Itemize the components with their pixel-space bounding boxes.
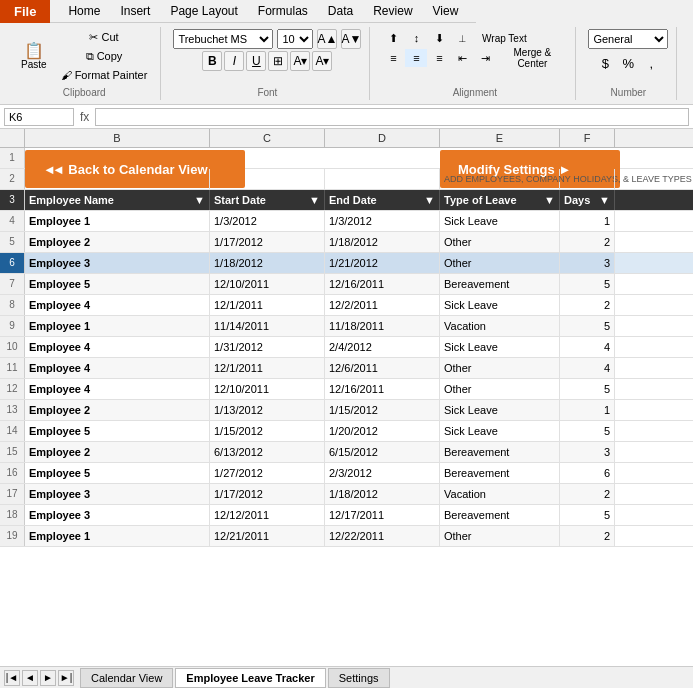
cell-end-9[interactable]: 11/18/2011 [325,316,440,336]
table-row[interactable]: 14 Employee 5 1/15/2012 1/20/2012 Sick L… [0,421,693,442]
cell-start-8[interactable]: 12/1/2011 [210,295,325,315]
nav-next-sheet[interactable]: ► [40,670,56,686]
cell-end-10[interactable]: 2/4/2012 [325,337,440,357]
cell-type-12[interactable]: Other [440,379,560,399]
merge-center-button[interactable]: Merge & Center [497,49,567,67]
cell-start-15[interactable]: 6/13/2012 [210,442,325,462]
format-painter-button[interactable]: 🖌 Format Painter [56,67,153,83]
cell-start-13[interactable]: 1/13/2012 [210,400,325,420]
cell-days-18[interactable]: 5 [560,505,615,525]
align-center-button[interactable]: ≡ [405,49,427,67]
table-row[interactable]: 11 Employee 4 12/1/2011 12/6/2011 Other … [0,358,693,379]
cell-type-18[interactable]: Bereavement [440,505,560,525]
th-start[interactable]: Start Date ▼ [210,190,325,210]
cell-employee-7[interactable]: Employee 5 [25,274,210,294]
cell-employee-4[interactable]: Employee 1 [25,211,210,231]
copy-button[interactable]: ⧉ Copy [56,48,153,65]
cell-days-10[interactable]: 4 [560,337,615,357]
tab-view[interactable]: View [423,0,469,22]
cell-end-16[interactable]: 2/3/2012 [325,463,440,483]
type-dropdown-icon[interactable]: ▼ [544,191,555,209]
cell-days-4[interactable]: 1 [560,211,615,231]
fill-color-button[interactable]: A▾ [290,51,310,71]
cell-end-17[interactable]: 1/18/2012 [325,484,440,504]
increase-indent-button[interactable]: ⇥ [474,49,496,67]
cell-type-10[interactable]: Sick Leave [440,337,560,357]
cell-start-19[interactable]: 12/21/2011 [210,526,325,546]
cell-employee-9[interactable]: Employee 1 [25,316,210,336]
cell-type-4[interactable]: Sick Leave [440,211,560,231]
cell-type-17[interactable]: Vacation [440,484,560,504]
cell-type-9[interactable]: Vacation [440,316,560,336]
table-row[interactable]: 6 Employee 3 1/18/2012 1/21/2012 Other 3 [0,253,693,274]
cell-employee-5[interactable]: Employee 2 [25,232,210,252]
cell-employee-15[interactable]: Employee 2 [25,442,210,462]
border-button[interactable]: ⊞ [268,51,288,71]
end-date-dropdown-icon[interactable]: ▼ [424,191,435,209]
wrap-text-button[interactable]: Wrap Text [474,29,534,47]
decrease-font-button[interactable]: A▼ [341,29,361,49]
tab-calendar-view[interactable]: Calendar View [80,668,173,688]
cell-employee-12[interactable]: Employee 4 [25,379,210,399]
cell-end-14[interactable]: 1/20/2012 [325,421,440,441]
cell-employee-19[interactable]: Employee 1 [25,526,210,546]
cell-end-18[interactable]: 12/17/2011 [325,505,440,525]
comma-button[interactable]: , [640,52,662,74]
table-row[interactable]: 10 Employee 4 1/31/2012 2/4/2012 Sick Le… [0,337,693,358]
cell-start-18[interactable]: 12/12/2011 [210,505,325,525]
table-row[interactable]: 8 Employee 4 12/1/2011 12/2/2011 Sick Le… [0,295,693,316]
cell-employee-11[interactable]: Employee 4 [25,358,210,378]
cell-start-11[interactable]: 12/1/2011 [210,358,325,378]
cell-days-7[interactable]: 5 [560,274,615,294]
tab-formulas[interactable]: Formulas [248,0,318,22]
dollar-button[interactable]: $ [594,52,616,74]
table-row[interactable]: 13 Employee 2 1/13/2012 1/15/2012 Sick L… [0,400,693,421]
table-row[interactable]: 15 Employee 2 6/13/2012 6/15/2012 Bereav… [0,442,693,463]
table-row[interactable]: 18 Employee 3 12/12/2011 12/17/2011 Bere… [0,505,693,526]
fx-button[interactable]: fx [74,110,95,124]
days-dropdown-icon[interactable]: ▼ [599,191,610,209]
cell-employee-10[interactable]: Employee 4 [25,337,210,357]
start-date-dropdown-icon[interactable]: ▼ [309,191,320,209]
tab-page-layout[interactable]: Page Layout [160,0,247,22]
cell-type-5[interactable]: Other [440,232,560,252]
cell-days-8[interactable]: 2 [560,295,615,315]
cell-days-6[interactable]: 3 [560,253,615,273]
back-button-cell[interactable]: ◄ ◄ Back to Calendar View [25,148,210,168]
cell-days-11[interactable]: 4 [560,358,615,378]
cell-type-19[interactable]: Other [440,526,560,546]
increase-font-button[interactable]: A▲ [317,29,337,49]
cell-end-15[interactable]: 6/15/2012 [325,442,440,462]
cell-start-14[interactable]: 1/15/2012 [210,421,325,441]
cell-end-11[interactable]: 12/6/2011 [325,358,440,378]
cell-type-6[interactable]: Other [440,253,560,273]
align-top-button[interactable]: ⬆ [382,29,404,47]
cell-days-16[interactable]: 6 [560,463,615,483]
cell-type-8[interactable]: Sick Leave [440,295,560,315]
cell-employee-13[interactable]: Employee 2 [25,400,210,420]
align-bottom-button[interactable]: ⬇ [428,29,450,47]
cell-type-13[interactable]: Sick Leave [440,400,560,420]
cell-reference-input[interactable] [4,108,74,126]
modify-button-cell[interactable]: Modify Settings ► [440,148,560,168]
cell-end-7[interactable]: 12/16/2011 [325,274,440,294]
formula-input[interactable] [95,108,689,126]
cell-employee-18[interactable]: Employee 3 [25,505,210,525]
number-format-select[interactable]: General [588,29,668,49]
cell-start-17[interactable]: 1/17/2012 [210,484,325,504]
font-size-select[interactable]: 10 [277,29,313,49]
cell-start-7[interactable]: 12/10/2011 [210,274,325,294]
nav-last-sheet[interactable]: ►| [58,670,74,686]
decrease-indent-button[interactable]: ⇤ [451,49,473,67]
cell-start-6[interactable]: 1/18/2012 [210,253,325,273]
table-row[interactable]: 9 Employee 1 11/14/2011 11/18/2011 Vacat… [0,316,693,337]
cell-start-12[interactable]: 12/10/2011 [210,379,325,399]
table-row[interactable]: 16 Employee 5 1/27/2012 2/3/2012 Bereave… [0,463,693,484]
cut-button[interactable]: ✂ Cut [56,29,153,46]
cell-type-14[interactable]: Sick Leave [440,421,560,441]
table-row[interactable]: 7 Employee 5 12/10/2011 12/16/2011 Berea… [0,274,693,295]
align-left-button[interactable]: ≡ [382,49,404,67]
nav-prev-sheet[interactable]: ◄ [22,670,38,686]
table-row[interactable]: 17 Employee 3 1/17/2012 1/18/2012 Vacati… [0,484,693,505]
cell-end-5[interactable]: 1/18/2012 [325,232,440,252]
